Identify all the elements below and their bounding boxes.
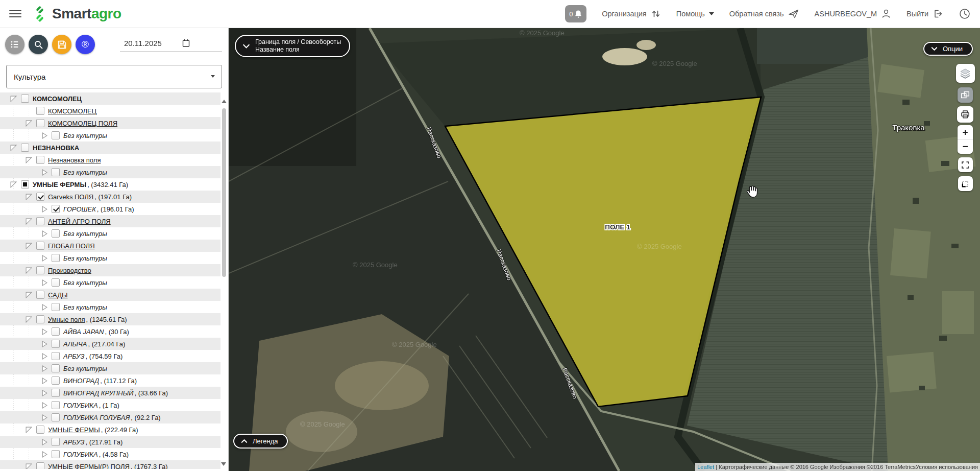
tree-node[interactable]: АРБУЗ, (217.91 Га)	[0, 436, 220, 448]
tree-node-label[interactable]: АЛЫЧА	[63, 340, 87, 348]
tree-node[interactable]: Незнановка поля	[0, 154, 220, 166]
tree-node-label[interactable]: АНТЕЙ АГРО ПОЛЯ	[48, 218, 111, 225]
nav-history[interactable]	[959, 8, 971, 20]
tree-node[interactable]: УМНЫЕ ФЕРМЫ, (3432.41 Га)	[0, 178, 220, 191]
tree-checkbox[interactable]	[52, 364, 60, 372]
tree-checkbox[interactable]	[52, 327, 60, 336]
tree-checkbox[interactable]	[36, 156, 44, 164]
expand-node-icon[interactable]	[41, 328, 47, 335]
tree-node-label[interactable]: ГЛОБАЛ ПОЛЯ	[48, 242, 95, 250]
tree-node-label[interactable]: Garveks ПОЛЯ	[48, 193, 93, 201]
tree-node-label[interactable]: Без культуры	[63, 279, 107, 287]
expand-node-icon[interactable]	[41, 451, 47, 458]
collapse-node-icon[interactable]	[26, 243, 32, 249]
expand-node-icon[interactable]	[41, 169, 47, 176]
tree-node[interactable]: АРБУЗ, (754.59 Га)	[0, 350, 220, 362]
sidebar-scrollbar[interactable]	[220, 100, 227, 471]
expand-node-icon[interactable]	[41, 279, 47, 286]
collapse-node-icon[interactable]	[26, 218, 32, 225]
expand-node-icon[interactable]	[41, 414, 47, 421]
tree-node-label[interactable]: Производство	[48, 267, 91, 274]
tree-node[interactable]: НЕЗНАНОВКА	[0, 142, 220, 154]
tree-node-label[interactable]: ГОЛУБИКА ГОЛУБАЯ	[63, 414, 130, 421]
tree-checkbox[interactable]	[36, 217, 44, 225]
tree-node[interactable]: ГОЛУБИКА, (1 Га)	[0, 399, 220, 411]
tree-checkbox[interactable]	[36, 462, 44, 469]
map-layers-toggle[interactable]: Граница поля / Севообороты Название поля	[235, 35, 350, 57]
tree-node[interactable]: АЛЫЧА, (217.04 Га)	[0, 338, 220, 350]
tree-node[interactable]: Без культуры	[0, 129, 220, 142]
tree-checkbox[interactable]	[21, 95, 29, 103]
tree-node[interactable]: Без культуры	[0, 252, 220, 264]
tree-node-label[interactable]: АРБУЗ	[63, 352, 85, 360]
tree-checkbox[interactable]	[21, 144, 29, 152]
collapse-node-icon[interactable]	[26, 427, 32, 433]
date-picker[interactable]: 20.11.2025	[120, 37, 222, 52]
tree-node-label[interactable]: КОМСОМОЛЕЦ	[33, 95, 82, 103]
tree-node[interactable]: УМНЫЕ ФЕРМЫ(Р) ПОЛЯ, (1767.3 Га)	[0, 460, 220, 469]
basemap-layers-button[interactable]	[956, 64, 975, 83]
expand-node-icon[interactable]	[41, 378, 47, 384]
app-logo[interactable]: Smartagro	[31, 5, 121, 23]
tree-node[interactable]: Garveks ПОЛЯ, (197.01 Га)	[0, 191, 220, 203]
tree-node-label[interactable]: УМНЫЕ ФЕРМЫ	[48, 426, 100, 434]
tree-node[interactable]: АЙВА JAPAN, (30 Га)	[0, 325, 220, 338]
tree-node[interactable]: САДЫ	[0, 289, 220, 301]
tree-node[interactable]: Без культуры	[0, 362, 220, 374]
tree-node-label[interactable]: Без культуры	[63, 365, 107, 372]
leaflet-link[interactable]: Leaflet	[697, 464, 714, 470]
save-button[interactable]	[52, 35, 71, 54]
tree-checkbox[interactable]	[36, 242, 44, 250]
nav-organization[interactable]: Организация	[602, 9, 660, 19]
scrollbar-thumb[interactable]	[222, 108, 226, 277]
tree-node-label[interactable]: ВИНОГРАД КРУПНЫЙ	[63, 389, 133, 397]
tree-checkbox[interactable]	[52, 352, 60, 360]
tree-checkbox[interactable]	[36, 291, 44, 299]
scroll-up-icon[interactable]	[222, 100, 227, 103]
tree-node-label[interactable]: АРБУЗ	[63, 438, 85, 446]
tree-node-label[interactable]: ГОРОШЕК	[63, 205, 96, 213]
tree-checkbox[interactable]	[36, 266, 44, 274]
tree-checkbox[interactable]	[52, 229, 60, 238]
tree-checkbox[interactable]	[36, 426, 44, 434]
tree-node[interactable]: КОМСОМОЛЕЦ	[0, 92, 220, 105]
tree-checkbox[interactable]	[52, 278, 60, 287]
tree-checkbox[interactable]	[52, 131, 60, 139]
tree-node[interactable]: ГОЛУБИКА, (4.58 Га)	[0, 448, 220, 460]
nav-logout[interactable]: Выйти	[906, 9, 943, 19]
expand-node-icon[interactable]	[41, 353, 47, 360]
tree-checkbox[interactable]	[21, 180, 29, 189]
collapse-node-icon[interactable]	[26, 463, 32, 469]
tree-node-label[interactable]: Без культуры	[63, 254, 107, 262]
tree-checkbox[interactable]	[36, 119, 44, 127]
fullscreen-button[interactable]	[958, 157, 973, 172]
tree-node[interactable]: ВИНОГРАД КРУПНЫЙ, (33.66 Га)	[0, 387, 220, 399]
tree-checkbox[interactable]	[52, 340, 60, 348]
tree-checkbox[interactable]	[36, 193, 44, 201]
scroll-down-icon[interactable]	[221, 462, 226, 466]
collapse-node-icon[interactable]	[26, 194, 32, 200]
tree-node-label[interactable]: ВИНОГРАД	[63, 377, 99, 385]
tree-checkbox[interactable]	[52, 168, 60, 176]
tree-node[interactable]: Умные поля, (1245.61 Га)	[0, 313, 220, 325]
tree-node[interactable]: Производство	[0, 264, 220, 276]
legend-toggle-button[interactable]: Легенда	[233, 434, 288, 449]
expand-node-icon[interactable]	[41, 439, 47, 445]
tree-checkbox[interactable]	[52, 205, 60, 213]
tree-node-label[interactable]: КОМСОМОЛЕЦ ПОЛЯ	[48, 120, 117, 127]
zoom-in-button[interactable]: +	[958, 125, 973, 139]
notifications-button[interactable]: 0	[565, 5, 586, 22]
tree-node[interactable]: Без культуры	[0, 276, 220, 289]
tree-checkbox[interactable]	[36, 315, 44, 323]
tree-node-label[interactable]: ГОЛУБИКА	[63, 451, 98, 458]
tree-node[interactable]: КОМСОМОЛЕЦ ПОЛЯ	[0, 117, 220, 129]
tree-checkbox[interactable]	[52, 438, 60, 446]
tree-node[interactable]: КОМСОМОЛЕЦ	[0, 105, 220, 117]
tree-node-label[interactable]: САДЫ	[48, 291, 68, 299]
map-options-button[interactable]: Опции	[923, 42, 973, 56]
tree-node-label[interactable]: Без культуры	[63, 169, 107, 176]
tree-node-label[interactable]: Без культуры	[63, 303, 107, 311]
nav-user[interactable]: ASHURBEGOV_M	[815, 9, 891, 19]
collapse-node-icon[interactable]	[26, 120, 32, 127]
expand-node-icon[interactable]	[41, 206, 47, 213]
